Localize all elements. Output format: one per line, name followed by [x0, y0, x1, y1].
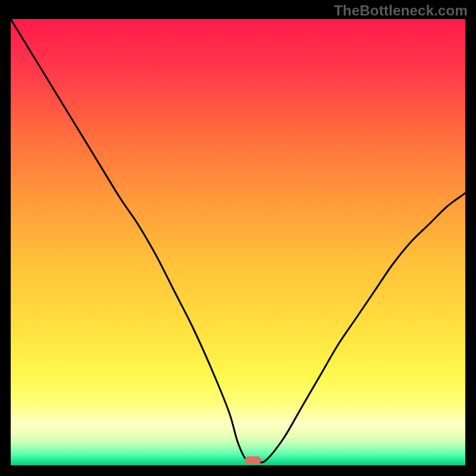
optimal-marker [245, 456, 261, 464]
chart-svg [11, 19, 465, 465]
chart-container: TheBottleneck.com [0, 0, 476, 476]
plot-area [11, 19, 465, 465]
watermark-text: TheBottleneck.com [334, 2, 468, 19]
gradient-background [11, 19, 465, 465]
